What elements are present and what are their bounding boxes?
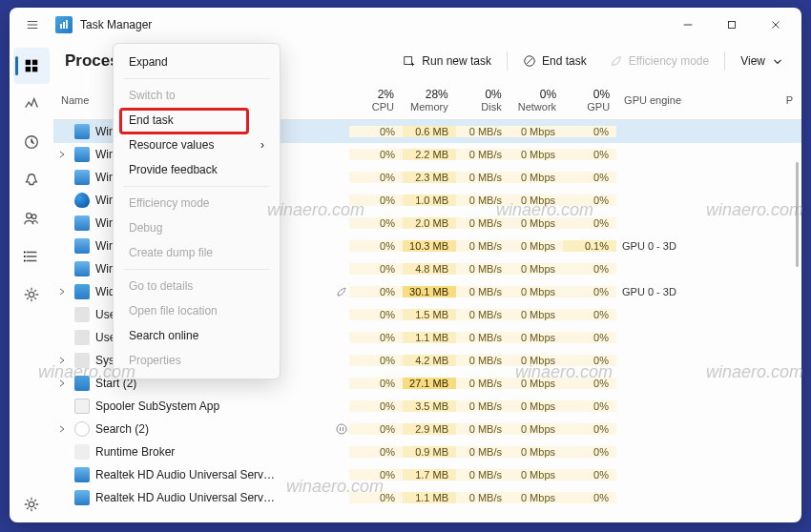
sidebar-settings[interactable]: [13, 486, 50, 522]
sidebar-startup[interactable]: [13, 162, 50, 198]
cpu-value: 0%: [349, 126, 403, 137]
disk-value: 0 MB/s: [456, 240, 509, 252]
gpu-value: 0%: [563, 400, 616, 412]
col-cpu[interactable]: 2%CPU: [349, 80, 403, 119]
process-row[interactable]: Realtek HD Audio Universal Serv…0%1.1 MB…: [53, 486, 801, 509]
expander-icon[interactable]: [55, 356, 69, 365]
network-value: 0 Mbps: [509, 423, 563, 435]
ctx-search-online[interactable]: Search online: [114, 323, 280, 348]
gpu-value: 0%: [563, 172, 616, 183]
network-value: 0 Mbps: [509, 217, 563, 229]
svg-point-13: [24, 260, 26, 262]
users-icon: [23, 210, 40, 227]
gpu-value: 0.1%: [563, 240, 616, 252]
efficiency-mode-button: Efficiency mode: [600, 49, 719, 73]
col-gpu-engine[interactable]: GPU engine: [618, 80, 779, 119]
process-name: Realtek HD Audio Universal Serv…: [95, 491, 275, 504]
cpu-value: 0%: [349, 492, 403, 503]
network-value: 0 Mbps: [509, 286, 563, 297]
svg-rect-1: [63, 22, 65, 29]
memory-value: 4.2 MB: [403, 355, 456, 366]
run-new-task-button[interactable]: Run new task: [393, 49, 501, 73]
cpu-value: 0%: [349, 286, 403, 297]
network-value: 0 Mbps: [509, 149, 563, 160]
hamburger-menu-button[interactable]: [13, 8, 52, 42]
sidebar-history[interactable]: [13, 124, 50, 160]
process-icon: [74, 421, 90, 437]
services-icon: [23, 286, 40, 303]
ctx-resource-values[interactable]: Resource values›: [114, 133, 280, 157]
gpu-value: 0%: [563, 332, 616, 343]
cpu-value: 0%: [349, 378, 403, 389]
view-button[interactable]: View: [731, 49, 794, 73]
svg-rect-3: [729, 22, 736, 29]
network-value: 0 Mbps: [509, 126, 563, 137]
svg-rect-7: [32, 67, 37, 72]
col-p[interactable]: P: [779, 80, 801, 119]
process-icon: [74, 307, 90, 322]
col-gpu[interactable]: 0%GPU: [565, 80, 618, 119]
expander-icon[interactable]: [55, 150, 69, 159]
disk-value: 0 MB/s: [456, 469, 509, 481]
close-button[interactable]: [754, 8, 798, 42]
cpu-value: 0%: [349, 446, 403, 458]
gpu-value: 0%: [563, 309, 616, 320]
svg-point-15: [29, 501, 33, 506]
end-task-button[interactable]: End task: [513, 49, 596, 73]
col-network[interactable]: 0%Network: [510, 80, 565, 119]
app-icon: [55, 16, 73, 33]
svg-point-9: [27, 214, 31, 218]
svg-rect-16: [405, 56, 412, 64]
memory-value: 1.7 MB: [403, 469, 456, 481]
process-icon: [74, 330, 90, 345]
process-row[interactable]: Search (2)0%2.9 MB0 MB/s0 Mbps0%: [53, 418, 801, 440]
sidebar-details[interactable]: [13, 238, 50, 275]
ctx-expand[interactable]: Expand: [114, 50, 280, 74]
sidebar-services[interactable]: [13, 276, 50, 313]
process-icon: [74, 444, 90, 460]
sidebar-users[interactable]: [13, 200, 50, 236]
expander-icon[interactable]: [55, 379, 69, 388]
process-icon: [74, 147, 90, 162]
col-disk[interactable]: 0%Disk: [457, 80, 510, 119]
svg-point-11: [24, 252, 26, 254]
close-icon: [769, 18, 782, 31]
scrollbar-thumb[interactable]: [796, 162, 799, 267]
memory-value: 30.1 MB: [403, 286, 456, 297]
process-icon: [74, 353, 90, 368]
network-value: 0 Mbps: [509, 355, 563, 366]
minimize-button[interactable]: [666, 8, 710, 42]
disk-value: 0 MB/s: [456, 263, 509, 275]
end-task-icon: [523, 54, 536, 68]
process-icon: [74, 238, 90, 254]
col-memory[interactable]: 28%Memory: [403, 80, 457, 119]
maximize-button[interactable]: [710, 8, 754, 42]
disk-value: 0 MB/s: [456, 194, 509, 206]
process-icon: [74, 490, 90, 505]
disk-value: 0 MB/s: [456, 126, 509, 137]
expander-icon[interactable]: [55, 424, 69, 434]
chevron-right-icon: ›: [260, 138, 264, 152]
process-name: Realtek HD Audio Universal Serv…: [95, 468, 275, 481]
gpu-value: 0%: [563, 378, 616, 389]
cpu-value: 0%: [349, 263, 403, 275]
ctx-provide-feedback[interactable]: Provide feedback: [114, 157, 280, 182]
status-icon: [334, 286, 349, 297]
memory-value: 2.9 MB: [403, 423, 456, 435]
ctx-properties: Properties: [114, 348, 280, 373]
hamburger-icon: [26, 18, 39, 31]
gpu-value: 0%: [563, 446, 616, 458]
sidebar-processes[interactable]: [13, 48, 50, 84]
expander-icon[interactable]: [55, 287, 69, 297]
process-row[interactable]: Runtime Broker0%0.9 MB0 MB/s0 Mbps0%: [53, 440, 801, 463]
process-row[interactable]: Realtek HD Audio Universal Serv…0%1.7 MB…: [53, 463, 801, 486]
sidebar-performance[interactable]: [13, 86, 50, 122]
gpu-value: 0%: [563, 217, 616, 229]
process-row[interactable]: Spooler SubSystem App0%3.5 MB0 MB/s0 Mbp…: [53, 395, 801, 418]
process-icon: [74, 124, 90, 139]
ctx-end-task[interactable]: End task: [114, 108, 280, 133]
ctx-go-to-details: Go to details: [114, 274, 280, 298]
svg-rect-2: [66, 20, 68, 29]
process-icon: [74, 193, 90, 208]
titlebar: Task Manager: [10, 8, 801, 42]
